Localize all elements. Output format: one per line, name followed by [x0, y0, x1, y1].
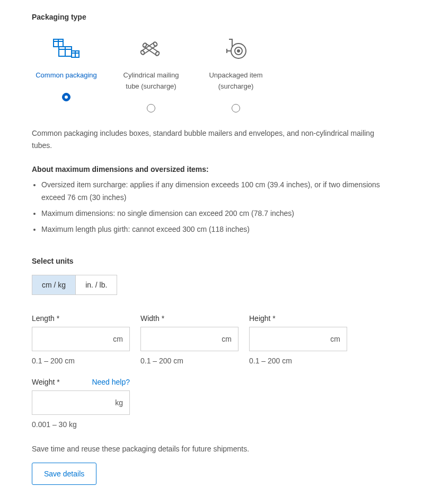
tire-icon [223, 36, 249, 62]
packaging-options: Common packaging Cylindrical mailing tub… [32, 36, 392, 112]
length-input-wrap: cm [32, 327, 130, 351]
svg-point-10 [153, 41, 157, 47]
radio-icon [232, 104, 240, 112]
length-input[interactable] [32, 327, 129, 351]
weight-hint: 0.001 – 30 kg [32, 420, 130, 429]
units-toggle: cm / kg in. / lb. [32, 275, 117, 295]
dimension-fields: Length * cm 0.1 – 200 cm Width * cm 0.1 … [32, 314, 392, 365]
save-details-button[interactable]: Save details [32, 463, 96, 485]
radio-icon [147, 104, 155, 112]
packaging-option-unpackaged[interactable]: Unpackaged item (surcharge) [201, 36, 270, 112]
length-hint: 0.1 – 200 cm [32, 357, 130, 365]
weight-input[interactable] [32, 391, 129, 414]
weight-input-wrap: kg [32, 390, 130, 415]
svg-point-11 [142, 42, 147, 48]
length-field-group: Length * cm 0.1 – 200 cm [32, 314, 130, 365]
dimensions-list: Oversized item surcharge: applies if any… [32, 179, 392, 236]
height-hint: 0.1 – 200 cm [249, 357, 347, 365]
width-hint: 0.1 – 200 cm [140, 357, 238, 365]
svg-point-12 [155, 51, 160, 56]
height-label: Height * [249, 314, 276, 323]
width-field-group: Width * cm 0.1 – 200 cm [140, 314, 238, 365]
packaging-description: Common packaging includes boxes, standar… [32, 127, 392, 153]
radio-icon [62, 93, 70, 101]
list-item: Maximum dimensions: no single dimension … [41, 207, 392, 220]
dimensions-heading: About maximum dimensions and oversized i… [32, 165, 392, 173]
packaging-option-label: Unpackaged item (surcharge) [201, 70, 270, 92]
height-field-group: Height * cm 0.1 – 200 cm [249, 314, 347, 365]
section-title: Packaging type [32, 13, 392, 21]
tube-icon [138, 36, 164, 62]
width-label: Width * [140, 314, 164, 323]
svg-point-15 [237, 50, 240, 52]
unit-option-metric[interactable]: cm / kg [32, 275, 75, 294]
list-item: Oversized item surcharge: applies if any… [41, 179, 392, 204]
list-item: Maximum length plus girth: cannot exceed… [41, 223, 392, 236]
height-input[interactable] [250, 327, 347, 351]
packaging-option-label: Cylindrical mailing tube (surcharge) [117, 70, 186, 92]
weight-help-link[interactable]: Need help? [92, 378, 130, 386]
boxes-icon [52, 36, 80, 62]
packaging-option-tube[interactable]: Cylindrical mailing tube (surcharge) [117, 36, 186, 112]
packaging-option-common[interactable]: Common packaging [32, 36, 101, 112]
unit-option-imperial[interactable]: in. / lb. [75, 275, 117, 294]
width-input[interactable] [141, 327, 238, 351]
save-note: Save time and reuse these packaging deta… [32, 445, 392, 453]
height-input-wrap: cm [249, 327, 347, 351]
length-label: Length * [32, 314, 59, 323]
weight-label: Weight * [32, 378, 60, 386]
svg-point-9 [140, 50, 145, 55]
width-input-wrap: cm [140, 327, 238, 351]
weight-field-group: Weight * Need help? kg 0.001 – 30 kg [32, 378, 130, 429]
units-label: Select units [32, 257, 392, 265]
weight-row: Weight * Need help? kg 0.001 – 30 kg [32, 378, 392, 429]
packaging-option-label: Common packaging [36, 70, 97, 81]
